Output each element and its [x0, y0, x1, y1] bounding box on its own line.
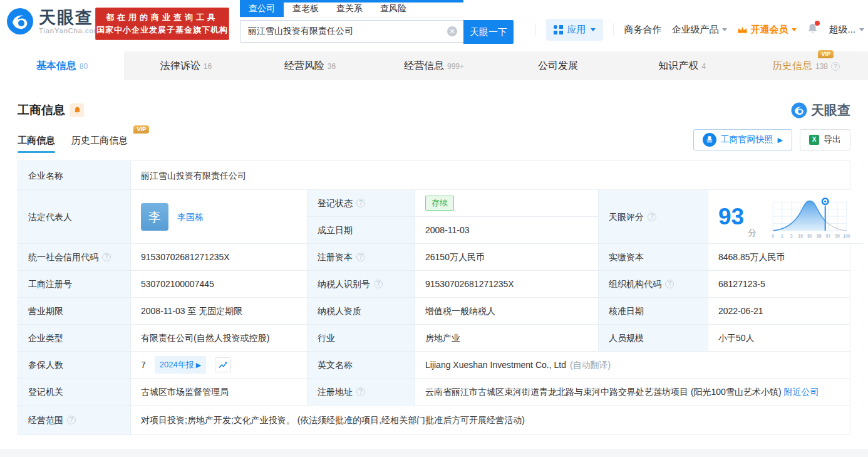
- tab-company-development[interactable]: 公司发展: [496, 51, 620, 80]
- nav-open-vip[interactable]: 开通会员: [737, 24, 797, 36]
- field-label-company-type: 企业类型: [18, 325, 131, 352]
- field-label-reg-authority: 登记机关: [18, 379, 131, 406]
- nav-enterprise[interactable]: 企业级产品: [671, 24, 727, 36]
- watermark-logo-icon: [791, 102, 807, 118]
- topbar: 天眼查 TianYanCha.com 都在用的商业查询工具 国家中小企业发展子基…: [0, 0, 868, 51]
- question-icon[interactable]: ?: [356, 253, 365, 261]
- table-row: 企业名称 丽江雪山投资有限责任公司: [18, 161, 850, 190]
- search-clear-icon[interactable]: ✕: [447, 26, 457, 36]
- field-value-org-code: 68127123-5: [708, 271, 850, 298]
- tab-legal-litigation[interactable]: 法律诉讼 16: [124, 51, 248, 80]
- question-icon[interactable]: ?: [831, 62, 840, 71]
- search-input[interactable]: [240, 20, 463, 43]
- logo[interactable]: 天眼查 TianYanCha.com: [6, 8, 100, 35]
- tab-count: 138: [815, 62, 828, 71]
- table-row: 登记机关 古城区市场监督管理局 注册地址? 云南省丽江市古城区束河街道青龙北路与…: [18, 379, 850, 406]
- field-value-industry: 房地产业: [415, 325, 599, 352]
- table-row: 工商注册号 530702100007445 纳税人识别号? 9153070268…: [18, 271, 850, 298]
- notification-bell[interactable]: [807, 23, 819, 37]
- field-value-established-date: 2008-11-03: [415, 217, 599, 244]
- search-button[interactable]: 天眼一下: [463, 20, 514, 44]
- section-title: 工商信息: [18, 102, 65, 118]
- tianyancha-page: 天眼查 TianYanCha.com 都在用的商业查询工具 国家中小企业发展子基…: [0, 0, 868, 457]
- topnav: 应用 商务合作 企业级产品 开通会员: [535, 18, 864, 41]
- brand-domain: TianYanCha.com: [39, 27, 100, 34]
- nearby-companies-link[interactable]: 附近公司: [783, 387, 819, 397]
- score-distribution-chart: 0 1 3 15 50 85 97 99 100: [767, 194, 853, 240]
- field-label-taxpayer-quality: 纳税人资质: [307, 298, 415, 325]
- annual-report-link[interactable]: 2024年报 ▶: [155, 356, 206, 374]
- question-icon[interactable]: ?: [648, 213, 656, 221]
- subtab-business-info[interactable]: 工商信息: [18, 135, 55, 153]
- question-icon[interactable]: ?: [356, 387, 365, 396]
- field-value-paid-capital: 8468.85万人民币: [708, 244, 850, 271]
- field-value-company-name: 丽江雪山投资有限责任公司: [131, 161, 850, 190]
- svg-text:99: 99: [835, 234, 840, 238]
- export-button[interactable]: X 导出: [800, 129, 850, 150]
- question-icon[interactable]: ?: [102, 253, 111, 261]
- table-row: 法定代表人 李 李国栋 登记状态 ? 存续 成立日期 2008-11-03: [18, 190, 850, 244]
- business-info-table: 企业名称 丽江雪山投资有限责任公司 法定代表人 李 李国栋 登记状态 ?: [18, 160, 850, 435]
- field-label-taxpayer-id: 纳税人识别号?: [307, 271, 415, 298]
- arrow-right-icon: ▶: [196, 358, 201, 372]
- snapshot-label: 工商官网快照: [721, 134, 773, 145]
- nav-super-vip[interactable]: 超级...: [829, 24, 864, 36]
- search-tab-boss[interactable]: 查老板: [284, 1, 328, 17]
- tab-label: 知识产权: [658, 60, 698, 73]
- search-tab-relation[interactable]: 查关系: [328, 1, 371, 17]
- subtab-history-business-info[interactable]: 历史工商信息 VIP: [71, 135, 128, 153]
- official-snapshot-button[interactable]: 工商官网快照 ▶: [693, 129, 792, 150]
- field-value-english-name: Lijiang Xueshan Investment Co., Ltd (自动翻…: [415, 352, 850, 379]
- vip-badge: VIP: [133, 125, 149, 134]
- nav-open-vip-label: 开通会员: [750, 24, 788, 36]
- vip-badge: VIP: [818, 50, 834, 58]
- legal-rep-link[interactable]: 李国栋: [177, 210, 204, 224]
- tab-intellectual-property[interactable]: 知识产权 4: [620, 51, 744, 80]
- subscribe-bell-icon[interactable]: [70, 103, 84, 117]
- tab-label: 历史信息: [772, 60, 812, 71]
- question-icon[interactable]: ?: [356, 199, 365, 207]
- question-icon[interactable]: ?: [665, 280, 674, 288]
- watermark-text: 天眼查: [811, 102, 850, 119]
- banner-line1: 都在用的商业查询工具: [106, 11, 219, 24]
- table-row: 营业期限 2008-11-03 至 无固定期限 纳税人资质 增值税一般纳税人 核…: [18, 298, 850, 325]
- tab-basic-info[interactable]: 基本信息 80: [0, 51, 124, 80]
- nav-cooperation[interactable]: 商务合作: [624, 24, 661, 36]
- tab-count: 999+: [447, 62, 464, 71]
- content: 工商信息 天眼查 工商信息: [0, 102, 868, 435]
- stamp-icon: [703, 133, 716, 147]
- tab-operation-risk[interactable]: 经营风险 36: [248, 51, 372, 80]
- caret-down-icon: [859, 28, 864, 31]
- brand-name: 天眼查: [39, 8, 100, 27]
- field-value-score: 93 分: [708, 190, 863, 244]
- field-value-reg-number: 530702100007445: [131, 271, 307, 298]
- tab-operation-info[interactable]: 经营信息 999+: [372, 51, 496, 80]
- tab-label: 基本信息: [36, 60, 76, 73]
- tab-history-info[interactable]: 历史信息 VIP 138 ?: [744, 51, 868, 80]
- field-value-reg-authority: 古城区市场监督管理局: [131, 379, 307, 406]
- question-icon[interactable]: ?: [67, 416, 76, 424]
- nav-cooperation-label: 商务合作: [624, 24, 661, 36]
- field-value-approval-date: 2022-06-21: [708, 298, 850, 325]
- avatar[interactable]: 李: [141, 203, 168, 231]
- tab-count: 4: [701, 62, 706, 71]
- search-tab-risk[interactable]: 查风险: [371, 1, 415, 17]
- tianyancha-watermark: 天眼查: [791, 102, 850, 119]
- question-icon[interactable]: ?: [374, 280, 383, 288]
- field-label-reg-capital: 注册资本?: [307, 244, 415, 271]
- field-value-taxpayer-id: 91530702681271235X: [415, 271, 599, 298]
- insured-trend-button[interactable]: [215, 357, 231, 372]
- search-tab-company[interactable]: 查公司: [240, 1, 284, 17]
- caret-down-icon: [591, 28, 596, 31]
- caret-down-icon: [722, 28, 727, 31]
- auto-translate-note: (自动翻译): [570, 358, 611, 372]
- field-label-company-name: 企业名称: [18, 161, 131, 190]
- field-value-business-scope: 对项目投资;房地产开发;文化产业投资。 (依法须经批准的项目,经相关部门批准后方…: [131, 406, 850, 434]
- svg-text:0: 0: [772, 234, 774, 238]
- apps-menu[interactable]: 应用: [546, 19, 603, 41]
- tab-count: 80: [80, 62, 88, 71]
- svg-text:100: 100: [843, 234, 850, 238]
- field-value-reg-capital: 26150万人民币: [415, 244, 599, 271]
- field-label-english-name: 英文名称: [307, 352, 415, 379]
- score-unit: 分: [748, 226, 757, 239]
